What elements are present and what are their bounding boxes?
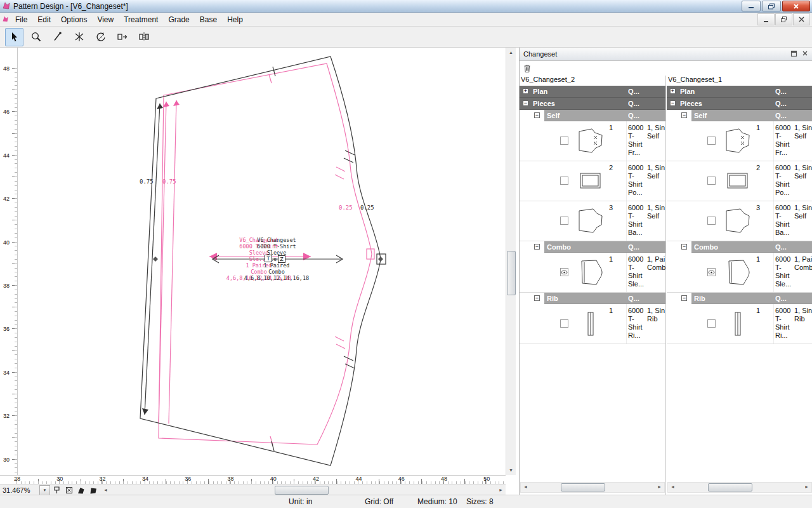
column-scrollbar-thumb[interactable]	[561, 483, 605, 491]
ruler-number: 30	[56, 476, 99, 484]
collapse-icon[interactable]: −	[534, 295, 540, 301]
menu-item[interactable]: Treatment	[119, 13, 163, 26]
piece-view-button-2[interactable]	[88, 485, 98, 495]
expand-icon[interactable]: +	[523, 88, 528, 94]
float-panel-icon[interactable]	[790, 50, 797, 58]
piece-qty: 1, Pai Comb	[647, 255, 665, 272]
section-row-combo[interactable]: − ComboQ...	[520, 241, 665, 253]
tree-row-plan[interactable]: + Plan Q...	[667, 86, 812, 98]
piece-row[interactable]: 1 6000 T- Shirt Sle... 1, Pai Comb	[520, 253, 665, 293]
visibility-checkbox[interactable]	[707, 319, 716, 328]
piece-view-button-1[interactable]	[75, 485, 86, 495]
scroll-left-icon[interactable]: ◄	[521, 483, 530, 491]
awl-tool-button[interactable]	[48, 28, 67, 46]
scroll-right-icon[interactable]: ►	[655, 483, 664, 491]
menu-item[interactable]: Options	[56, 13, 92, 26]
visibility-checkbox[interactable]	[707, 217, 716, 225]
piece-row[interactable]: 1 6000 T- Shirt Fr... 1, Sin Self	[520, 121, 665, 161]
collapse-icon[interactable]: −	[681, 112, 687, 118]
piece-row[interactable]: 2 6000 T- Shirt Po... 1, Sin Self	[667, 161, 812, 201]
piece-row[interactable]: 1 6000 T- Shirt Ri... 1, Sin Rib	[520, 304, 665, 344]
titlebar[interactable]: Pattern Design - [V6_Changeset*]	[0, 0, 812, 13]
menu-item[interactable]: Base	[195, 13, 222, 26]
close-button[interactable]	[782, 1, 810, 11]
tree-row-pieces[interactable]: − Pieces Q...	[520, 98, 665, 110]
section-row-self[interactable]: − SelfQ...	[667, 110, 812, 121]
mdi-restore-button[interactable]	[775, 13, 792, 25]
vertical-scrollbar-thumb[interactable]	[507, 251, 516, 295]
notch-tool-button[interactable]	[70, 28, 88, 46]
walk-pieces-tool-button[interactable]	[113, 28, 131, 46]
menu-item[interactable]: View	[92, 13, 119, 26]
scroll-left-icon[interactable]: ◄	[668, 483, 678, 491]
tree-row-plan[interactable]: + Plan Q...	[520, 86, 665, 98]
collapse-icon[interactable]: −	[534, 244, 540, 250]
changeset-column-2: V6_Changeset_2 + Plan Q... − Pieces Q...…	[520, 76, 665, 495]
section-row-rib[interactable]: − RibQ...	[520, 293, 665, 304]
flip-piece-tool-button[interactable]	[134, 28, 153, 46]
zoom-dropdown-button[interactable]: ▼	[39, 485, 50, 495]
zoom-level[interactable]: 31.467%	[0, 486, 39, 494]
visibility-checkbox[interactable]	[560, 177, 568, 185]
collapse-icon[interactable]: −	[670, 100, 676, 106]
visibility-checkbox[interactable]	[560, 137, 568, 145]
mdi-minimize-button[interactable]	[757, 13, 775, 25]
menu-item[interactable]: File	[10, 13, 32, 26]
horizontal-scrollbar-thumb[interactable]	[275, 486, 329, 495]
zoom-tool-button[interactable]	[27, 28, 45, 46]
select-tool-button[interactable]	[5, 28, 23, 46]
minimize-button[interactable]	[742, 1, 761, 11]
piece-row[interactable]: 1 6000 T- Shirt Fr... 1, Sin Self	[667, 121, 812, 161]
section-row-rib[interactable]: − RibQ...	[667, 293, 812, 304]
collapse-icon[interactable]: −	[681, 244, 687, 250]
delete-changeset-button[interactable]	[523, 64, 531, 76]
column-horizontal-scrollbar[interactable]: ◄ ►	[667, 482, 812, 493]
piece-row[interactable]: 3 6000 T- Shirt Ba... 1, Sin Self	[520, 201, 665, 241]
maximize-button[interactable]	[762, 1, 781, 11]
section-q: Q...	[628, 293, 639, 304]
piece-row[interactable]: 3 6000 T- Shirt Ba... 1, Sin Self	[667, 201, 812, 241]
piece-row[interactable]: 1 6000 T- Shirt Ri... 1, Sin Rib	[667, 304, 812, 344]
annotation-line: 6000 T-Shirt	[229, 243, 324, 250]
section-row-combo[interactable]: − ComboQ...	[667, 241, 812, 253]
grain-label-box: T	[265, 255, 272, 262]
pattern-canvas[interactable]: V6_Changeset 6000 T-Shirt Sleeve Sle... …	[18, 48, 506, 475]
piece-row[interactable]: 1 6000 T- Shirt Sle... 1, Pai Comb	[667, 253, 812, 293]
scroll-right-icon[interactable]: ►	[802, 483, 811, 491]
scroll-up-icon[interactable]: ▲	[506, 48, 516, 57]
column-scrollbar-thumb[interactable]	[708, 483, 752, 491]
visibility-checkbox[interactable]	[707, 137, 716, 145]
visibility-eye-checkbox[interactable]	[560, 268, 568, 276]
visibility-checkbox[interactable]	[560, 319, 568, 328]
section-q: Q...	[628, 241, 639, 253]
pin-view-button[interactable]	[51, 485, 62, 495]
tree-row-pieces[interactable]: − Pieces Q...	[667, 98, 812, 110]
scroll-down-icon[interactable]: ▼	[506, 465, 516, 475]
visibility-checkbox[interactable]	[707, 177, 716, 185]
mdi-close-button[interactable]	[793, 13, 810, 25]
scroll-left-icon[interactable]: ◄	[101, 485, 110, 495]
collapse-icon[interactable]: −	[534, 112, 540, 118]
scroll-right-icon[interactable]: ►	[496, 485, 506, 495]
piece-qty: 1, Sin Self	[794, 164, 812, 180]
column-horizontal-scrollbar[interactable]: ◄ ►	[520, 482, 665, 493]
fit-view-button[interactable]	[63, 485, 74, 495]
horizontal-scrollbar[interactable]: ◄ ►	[101, 485, 506, 495]
menu-item[interactable]: Grade	[163, 13, 194, 26]
vertical-scrollbar[interactable]: ▲ ▼	[506, 48, 516, 475]
changeset-column-1: V6_Changeset_1 + Plan Q... − Pieces Q...…	[667, 76, 812, 495]
visibility-checkbox[interactable]	[560, 217, 568, 225]
piece-thumbnail-sleeve	[574, 257, 607, 288]
menu-item[interactable]: Edit	[32, 13, 56, 26]
section-row-self[interactable]: − SelfQ...	[520, 110, 665, 121]
close-panel-icon[interactable]	[802, 50, 808, 58]
piece-row[interactable]: 2 6000 T- Shirt Po... 1, Sin Self	[520, 161, 665, 201]
expand-icon[interactable]: +	[670, 88, 676, 94]
menu-item[interactable]: Help	[222, 13, 248, 26]
flip-piece-icon	[138, 31, 150, 43]
collapse-icon[interactable]: −	[681, 295, 687, 301]
collapse-icon[interactable]: −	[523, 100, 528, 106]
rotate-tool-button[interactable]	[91, 28, 110, 46]
changeset-panel-header[interactable]: Changeset	[520, 48, 812, 61]
visibility-eye-checkbox[interactable]	[707, 268, 716, 276]
